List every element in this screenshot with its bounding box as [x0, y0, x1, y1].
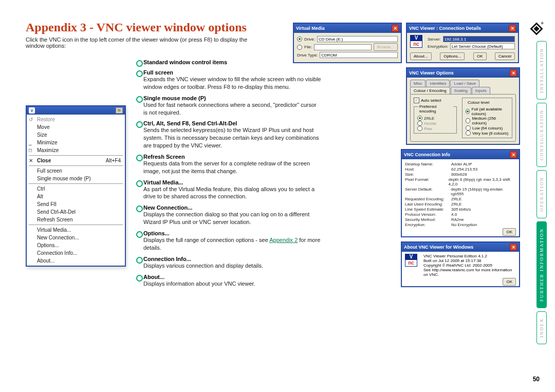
- tab[interactable]: Scaling: [451, 87, 471, 94]
- info-row: Host:62.254.213.53: [405, 167, 516, 172]
- menu-item[interactable]: _Minimize: [27, 139, 125, 146]
- sidenav-tab[interactable]: INDEX: [536, 311, 547, 344]
- info-row: Encryption:No Encryption: [405, 222, 516, 227]
- colour-radio[interactable]: Low (64 colours): [466, 125, 509, 130]
- menu-item[interactable]: Alt: [27, 193, 125, 200]
- sidenav-tab[interactable]: FURTHER INFORMATION: [536, 221, 547, 308]
- virtual-media-dialog: Virtual Media✕ Drive:CD Drive (E:) File:…: [293, 23, 402, 63]
- options-tabs-top: MiscIdentitiesLoad / Save: [410, 80, 516, 87]
- file-input[interactable]: [314, 44, 372, 50]
- sidenav-tab[interactable]: OPERATION: [536, 170, 547, 218]
- server-input[interactable]: 192.168.3.1: [443, 36, 515, 42]
- tab[interactable]: Identities: [426, 80, 450, 87]
- side-nav: INSTALLATIONCONFIGURATIONOPERATIONFURTHE…: [536, 41, 547, 347]
- colour-radio[interactable]: Medium (256 colours): [466, 116, 509, 125]
- about-title: About VNC Viewer for Windows: [404, 245, 473, 250]
- connection-details-dialog: VNC Viewer : Connection Details✕ Vnc Ser…: [406, 23, 519, 63]
- close-icon[interactable]: ✕: [510, 244, 517, 251]
- info-row: Size:800x628: [405, 172, 516, 177]
- close-icon[interactable]: ✕: [392, 25, 399, 32]
- close-icon[interactable]: ✕: [510, 151, 517, 158]
- drive-type-select[interactable]: CDROM: [320, 52, 398, 58]
- drive-select[interactable]: CD Drive (E:): [317, 36, 398, 42]
- vnc-logo-icon: Vnc: [405, 254, 417, 266]
- ok-button[interactable]: OK: [503, 278, 516, 286]
- tab[interactable]: Load / Save: [450, 80, 479, 87]
- info-row: Pixel Format:depth 8 (8bpp) rgb max 3,3,…: [405, 177, 516, 186]
- context-menu-titlebar: V ts: [27, 106, 125, 115]
- file-radio[interactable]: [297, 45, 302, 50]
- info-row: Desktop Name:Adder ALIP: [405, 162, 516, 166]
- menu-item[interactable]: Send Ctrl-Alt-Del: [27, 208, 125, 216]
- colour-radio[interactable]: Full (all available colours): [466, 107, 509, 116]
- cancel-button[interactable]: Cancel: [495, 52, 515, 60]
- menu-item[interactable]: □Maximize: [27, 146, 125, 154]
- vnc-context-menu: V ts ↺RestoreMoveSize_Minimize□Maximize✕…: [26, 105, 126, 267]
- sidenav-tab[interactable]: INSTALLATION: [536, 41, 547, 100]
- sidenav-tab[interactable]: CONFIGURATION: [536, 103, 547, 167]
- context-menu-column: V ts ↺RestoreMoveSize_Minimize□Maximize✕…: [26, 59, 126, 291]
- encoding-radio[interactable]: ZRLE: [417, 116, 453, 121]
- auto-select-checkbox[interactable]: ✓Auto select: [414, 98, 457, 103]
- menu-item[interactable]: About...: [27, 257, 125, 265]
- ts-badge: ts: [116, 107, 123, 114]
- menu-item[interactable]: Refresh Screen: [27, 216, 125, 223]
- menu-item[interactable]: Size: [27, 131, 125, 139]
- conn-details-title: VNC Viewer : Connection Details: [409, 26, 481, 31]
- menu-item[interactable]: Virtual Media...: [27, 226, 125, 234]
- info-row: Protocol Version:4.0: [405, 212, 516, 217]
- close-icon[interactable]: ✕: [509, 25, 516, 32]
- about-button[interactable]: About...: [410, 52, 432, 60]
- tab[interactable]: Misc: [410, 80, 425, 87]
- ok-button[interactable]: OK: [503, 228, 516, 236]
- page-number: 50: [533, 376, 540, 383]
- about-dialog: About VNC Viewer for Windows✕ Vnc VNC Vi…: [401, 241, 520, 287]
- menu-item[interactable]: Send F8: [27, 200, 125, 208]
- menu-item[interactable]: Single mouse mode (P): [27, 175, 125, 182]
- encoding-radio[interactable]: Raw: [417, 126, 453, 131]
- encoding-radio[interactable]: Hextile: [417, 121, 453, 126]
- virtual-media-title: Virtual Media: [296, 26, 325, 31]
- context-menu-list: ↺RestoreMoveSize_Minimize□Maximize✕Close…: [27, 115, 125, 266]
- colour-radio[interactable]: Very low (8 colours): [466, 130, 509, 136]
- info-row: Line Speed Estimate:305 kbits/s: [405, 207, 516, 212]
- menu-item[interactable]: ↺Restore: [27, 116, 125, 123]
- encryption-select[interactable]: Let Server Choose (Default): [450, 43, 515, 49]
- drive-radio[interactable]: [297, 36, 302, 42]
- svg-text:R: R: [542, 23, 543, 25]
- close-icon[interactable]: ✕: [510, 69, 517, 77]
- vnc-options-dialog: VNC Viewer Options✕ MiscIdentitiesLoad /…: [406, 67, 520, 145]
- options-button[interactable]: Options...: [440, 52, 465, 60]
- options-title: VNC Viewer Options: [409, 70, 454, 76]
- conn-info-title: VNC Connection Info: [404, 152, 450, 157]
- brand-logo: R: [529, 22, 544, 36]
- tab[interactable]: Colour / Encoding: [410, 87, 450, 94]
- vnc-logo-icon: Vnc: [410, 35, 422, 47]
- dialogs-column: Virtual Media✕ Drive:CD Drive (E:) File:…: [293, 23, 519, 291]
- info-row: Last Used Encoding:ZRLE: [405, 202, 516, 207]
- menu-item[interactable]: Ctrl: [27, 185, 125, 193]
- menu-item[interactable]: Connection Info...: [27, 249, 125, 257]
- page: R Appendix 3 - VNC viewer window options…: [0, 0, 555, 392]
- menu-item[interactable]: Full screen: [27, 167, 125, 175]
- browse-button[interactable]: Browse...: [374, 43, 398, 51]
- info-row: Requested Encoding:ZRLE: [405, 197, 516, 201]
- tab[interactable]: Inputs: [472, 87, 490, 94]
- menu-item[interactable]: Move: [27, 123, 125, 131]
- info-row: Server Default:depth 15 (16bpp) big-endi…: [405, 187, 516, 196]
- intro-text: Click the VNC icon in the top left corne…: [26, 36, 262, 49]
- vnc-icon: V: [29, 107, 35, 114]
- menu-item[interactable]: ✕CloseAlt+F4: [27, 157, 125, 164]
- options-tabs-bottom: Colour / EncodingScalingInputs: [410, 87, 516, 94]
- info-row: Security Method:RA2ne: [405, 217, 516, 222]
- connection-info-dialog: VNC Connection Info✕ Desktop Name:Adder …: [401, 149, 520, 237]
- menu-item[interactable]: New Connection...: [27, 234, 125, 241]
- menu-item[interactable]: Options...: [27, 241, 125, 249]
- ok-button[interactable]: OK: [473, 52, 487, 60]
